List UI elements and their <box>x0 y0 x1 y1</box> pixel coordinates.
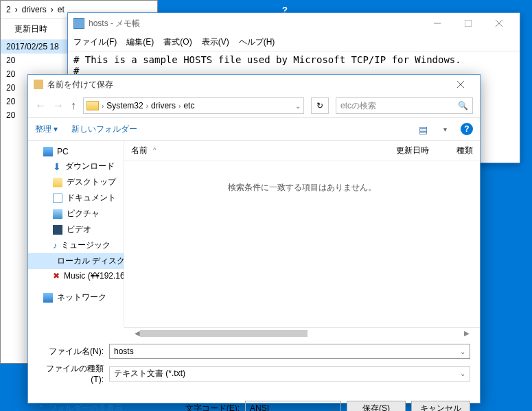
minimize-button[interactable] <box>421 14 452 33</box>
cancel-button[interactable]: キャンセル <box>411 401 470 411</box>
tree-desktop[interactable]: デスクトップ <box>28 174 124 190</box>
help-icon[interactable]: ? <box>461 123 473 135</box>
horizontal-scrollbar[interactable]: ◀▶ <box>124 327 480 338</box>
filename-input[interactable]: hosts⌄ <box>109 344 470 359</box>
hide-folders-link[interactable]: ⌃フォルダーの非表示 <box>38 403 123 412</box>
encoding-combo[interactable]: ANSI⌄ <box>245 401 341 411</box>
tree-local-disk[interactable]: ローカル ディスク (C <box>28 253 124 269</box>
column-type[interactable]: 種類 <box>456 145 473 156</box>
close-button[interactable] <box>447 75 474 94</box>
tree-pc[interactable]: PC <box>28 145 124 158</box>
tree-videos[interactable]: ビデオ <box>28 222 124 237</box>
tree-downloads[interactable]: ⬇ダウンロード <box>28 158 124 174</box>
address-bar[interactable]: › System32› drivers› etc ⌄ <box>83 97 304 114</box>
dialog-title: 名前を付けて保存 <box>47 79 447 91</box>
encoding-label: 文字コード(E): <box>185 403 240 412</box>
tree-network[interactable]: ネットワーク <box>28 290 124 305</box>
new-folder-button[interactable]: 新しいフォルダー <box>71 124 137 135</box>
up-button[interactable]: ↑ <box>71 99 76 112</box>
menu-bar: ファイル(F) 編集(E) 書式(O) 表示(V) ヘルプ(H) <box>68 34 520 51</box>
menu-view[interactable]: 表示(V) <box>202 36 229 48</box>
menu-edit[interactable]: 編集(E) <box>126 36 154 48</box>
close-button[interactable] <box>483 14 514 33</box>
notepad-icon <box>73 18 84 29</box>
filetype-combo[interactable]: テキスト文書 (*.txt)⌄ <box>109 366 470 381</box>
svg-rect-1 <box>465 20 472 27</box>
forward-button[interactable]: → <box>53 99 64 112</box>
maximize-button[interactable] <box>452 14 483 33</box>
window-title: hosts - メモ帳 <box>89 18 421 30</box>
tree-pictures[interactable]: ピクチャ <box>28 206 124 222</box>
column-date[interactable]: 更新日時 <box>396 145 429 156</box>
folder-icon <box>34 80 43 89</box>
search-input[interactable]: etcの検索 🔍 <box>336 97 473 114</box>
empty-message: 検索条件に一致する項目はありません。 <box>124 161 480 214</box>
tree-music-network[interactable]: ✖Music (¥¥192.168 <box>28 269 124 283</box>
save-as-dialog: 名前を付けて保存 ← → ↑ › System32› drivers› etc … <box>27 74 481 403</box>
navigation-tree: PC ⬇ダウンロード デスクトップ ドキュメント ピクチャ ビデオ ♪ミュージッ… <box>28 141 124 327</box>
menu-file[interactable]: ファイル(F) <box>73 36 117 48</box>
refresh-button[interactable]: ↻ <box>311 97 329 114</box>
search-icon: 🔍 <box>458 101 468 110</box>
folder-icon <box>86 101 99 110</box>
save-button[interactable]: 保存(S) <box>347 401 406 411</box>
menu-help[interactable]: ヘルプ(H) <box>239 36 275 48</box>
filename-label: ファイル名(N): <box>38 346 104 357</box>
column-name[interactable]: 名前^ <box>131 145 369 156</box>
filetype-label: ファイルの種類(T): <box>38 363 104 384</box>
back-button[interactable]: ← <box>35 99 46 112</box>
view-options-button[interactable] <box>419 124 430 134</box>
tree-music[interactable]: ♪ミュージック <box>28 237 124 253</box>
menu-format[interactable]: 書式(O) <box>163 36 192 48</box>
organize-button[interactable]: 整理 ▾ <box>35 124 58 135</box>
tree-documents[interactable]: ドキュメント <box>28 190 124 206</box>
